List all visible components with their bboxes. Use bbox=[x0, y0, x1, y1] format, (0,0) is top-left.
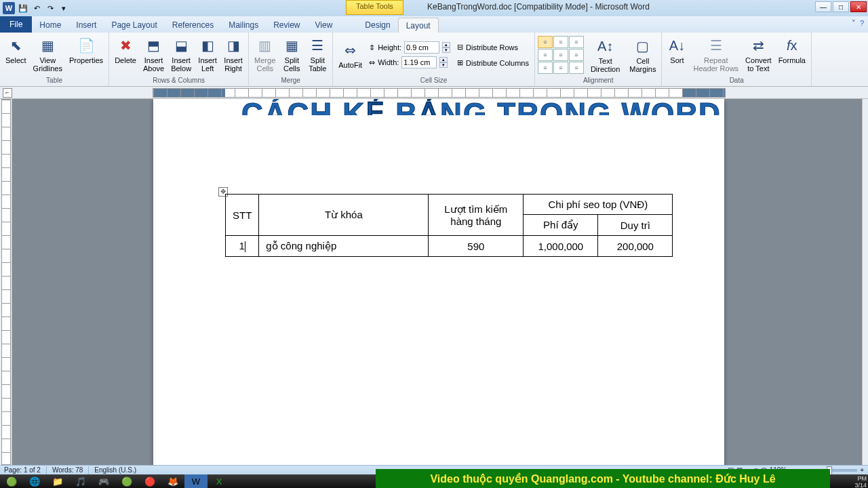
tab-page-layout[interactable]: Page Layout bbox=[104, 18, 164, 33]
contextual-tab-band: Table Tools bbox=[346, 0, 403, 15]
firefox-icon[interactable]: 🦊 bbox=[161, 474, 184, 488]
split-table-button[interactable]: ☰Split Table bbox=[305, 34, 330, 75]
height-input[interactable] bbox=[404, 41, 439, 54]
header-duytri[interactable]: Duy trì bbox=[598, 215, 673, 236]
cell-tukhoa[interactable]: gỗ công nghiệp bbox=[259, 236, 429, 257]
repeat-header-button[interactable]: ☰Repeat Header Rows bbox=[690, 34, 741, 75]
start-button[interactable]: 🟢 bbox=[0, 474, 23, 488]
word-logo-icon: W bbox=[3, 2, 15, 14]
horizontal-ruler[interactable] bbox=[153, 88, 726, 98]
word-icon[interactable]: W bbox=[184, 474, 208, 488]
maximize-button[interactable]: □ bbox=[833, 1, 849, 12]
header-phiday[interactable]: Phí đẩy bbox=[524, 215, 598, 236]
header-luot[interactable]: Lượt tìm kiếm hàng tháng bbox=[429, 195, 524, 236]
text-direction-button[interactable]: A↕Text Direction bbox=[588, 35, 623, 75]
convert-text-button[interactable]: ⇄Convert to Text bbox=[743, 34, 774, 75]
align-top-left[interactable]: ≡ bbox=[538, 36, 553, 48]
insert-below-button[interactable]: ⬓Insert Below bbox=[168, 34, 194, 75]
excel-icon[interactable]: X bbox=[208, 474, 231, 488]
merge-cells-button[interactable]: ▥Merge Cells bbox=[252, 34, 278, 75]
vertical-ruler[interactable] bbox=[0, 99, 12, 465]
chrome-icon[interactable]: 🔴 bbox=[138, 474, 161, 488]
status-page[interactable]: Page: 1 of 2 bbox=[4, 466, 41, 474]
tab-references[interactable]: References bbox=[165, 18, 221, 33]
tab-file[interactable]: File bbox=[0, 16, 32, 33]
insert-left-icon: ◧ bbox=[198, 36, 217, 55]
select-button[interactable]: ⬉Select bbox=[3, 34, 29, 66]
cell-margins-button[interactable]: ▢Cell Margins bbox=[627, 35, 658, 75]
header-stt[interactable]: STT bbox=[226, 195, 259, 236]
height-label: Height: bbox=[378, 43, 401, 52]
minimize-button[interactable]: — bbox=[815, 1, 831, 12]
undo-icon[interactable]: ↶ bbox=[31, 3, 42, 14]
tab-view[interactable]: View bbox=[308, 18, 340, 33]
sort-icon: A↓ bbox=[667, 36, 686, 55]
insert-right-button[interactable]: ◨Insert Right bbox=[221, 34, 245, 75]
autofit-button[interactable]: ⇔AutoFit bbox=[336, 39, 365, 71]
header-tukhoa[interactable]: Từ khóa bbox=[259, 195, 429, 236]
insert-above-button[interactable]: ⬒Insert Above bbox=[140, 34, 167, 75]
header-chiphi[interactable]: Chi phí seo top (VNĐ) bbox=[524, 195, 673, 215]
ie-icon[interactable]: 🌐 bbox=[23, 474, 46, 488]
close-button[interactable]: ✕ bbox=[850, 1, 867, 12]
table-row[interactable]: 1 gỗ công nghiệp 590 1,000,000 200,000 bbox=[226, 236, 673, 257]
align-mid-right[interactable]: ≡ bbox=[569, 49, 584, 61]
group-label: Alignment bbox=[583, 77, 613, 85]
width-up[interactable]: ▴ bbox=[439, 57, 448, 62]
tab-design[interactable]: Design bbox=[357, 18, 397, 33]
vertical-scrollbar[interactable] bbox=[862, 99, 868, 465]
minimize-ribbon-icon[interactable]: ˅ bbox=[852, 19, 856, 28]
cell-phiday[interactable]: 1,000,000 bbox=[524, 236, 598, 257]
zoom-in-button[interactable]: + bbox=[860, 466, 864, 474]
media-icon[interactable]: 🎵 bbox=[69, 474, 92, 488]
save-icon[interactable]: 💾 bbox=[18, 3, 28, 14]
table-row[interactable]: STT Từ khóa Lượt tìm kiếm hàng tháng Chi… bbox=[226, 195, 673, 215]
align-top-right[interactable]: ≡ bbox=[569, 36, 584, 48]
delete-button[interactable]: ✖Delete bbox=[112, 34, 139, 66]
align-mid-center[interactable]: ≡ bbox=[553, 49, 568, 61]
tab-review[interactable]: Review bbox=[266, 18, 307, 33]
height-down[interactable]: ▾ bbox=[442, 47, 450, 53]
formula-button[interactable]: fxFormula bbox=[776, 34, 808, 66]
insert-left-button[interactable]: ◧Insert Left bbox=[195, 34, 220, 75]
height-up[interactable]: ▴ bbox=[442, 42, 450, 47]
width-input[interactable] bbox=[401, 56, 437, 68]
tab-layout[interactable]: Layout bbox=[398, 18, 439, 33]
align-bot-right[interactable]: ≡ bbox=[569, 62, 584, 74]
distribute-rows-button[interactable]: ⊟Distribute Rows bbox=[457, 43, 529, 52]
cell-luot[interactable]: 590 bbox=[429, 236, 524, 257]
insert-above-icon: ⬒ bbox=[144, 36, 163, 55]
formula-icon: fx bbox=[783, 36, 802, 55]
split-cells-button[interactable]: ▦Split Cells bbox=[279, 34, 304, 75]
utorrent-icon[interactable]: 🟢 bbox=[115, 474, 138, 488]
cell-duytri[interactable]: 200,000 bbox=[598, 236, 673, 257]
align-bot-center[interactable]: ≡ bbox=[553, 62, 568, 74]
document-page[interactable]: CÁCH KẺ BẢNG TRONG WORD ✥ STT Từ khóa Lư… bbox=[153, 99, 724, 465]
tab-home[interactable]: Home bbox=[32, 18, 68, 33]
align-bot-left[interactable]: ≡ bbox=[538, 62, 553, 74]
qat-dropdown-icon[interactable]: ▾ bbox=[58, 3, 69, 14]
tab-insert[interactable]: Insert bbox=[68, 18, 104, 33]
status-words[interactable]: Words: 78 bbox=[52, 466, 83, 474]
title-bar: W 💾 ↶ ↷ ▾ Table Tools KeBangTrongWord.do… bbox=[0, 0, 868, 16]
align-mid-left[interactable]: ≡ bbox=[538, 49, 553, 61]
explorer-icon[interactable]: 📁 bbox=[46, 474, 69, 488]
status-language[interactable]: English (U.S.) bbox=[94, 466, 136, 474]
view-gridlines-button[interactable]: ▦View Gridlines bbox=[31, 34, 65, 75]
tab-selector-icon[interactable]: ⌐ bbox=[3, 88, 12, 98]
group-cell-size: ⇔AutoFit ⇕ Height: ▴▾ ⇔ Width: ▴▾ bbox=[333, 33, 535, 86]
document-table[interactable]: STT Từ khóa Lượt tìm kiếm hàng tháng Chi… bbox=[225, 194, 673, 257]
wordart-title: CÁCH KẺ BẢNG TRONG WORD bbox=[241, 99, 722, 115]
align-top-center[interactable]: ≡ bbox=[553, 36, 568, 48]
width-down[interactable]: ▾ bbox=[439, 62, 448, 68]
distribute-cols-button[interactable]: ⊞Distribute Columns bbox=[457, 58, 529, 67]
tab-mailings[interactable]: Mailings bbox=[221, 18, 266, 33]
cell-stt[interactable]: 1 bbox=[226, 236, 259, 257]
properties-button[interactable]: 📄Properties bbox=[66, 34, 106, 66]
app-icon[interactable]: 🎮 bbox=[92, 474, 115, 488]
redo-icon[interactable]: ↷ bbox=[45, 3, 56, 14]
system-tray[interactable]: PM3/14 bbox=[854, 474, 867, 488]
sort-button[interactable]: A↓Sort bbox=[665, 34, 689, 66]
properties-icon: 📄 bbox=[77, 36, 96, 55]
help-icon[interactable]: ? bbox=[860, 19, 864, 28]
